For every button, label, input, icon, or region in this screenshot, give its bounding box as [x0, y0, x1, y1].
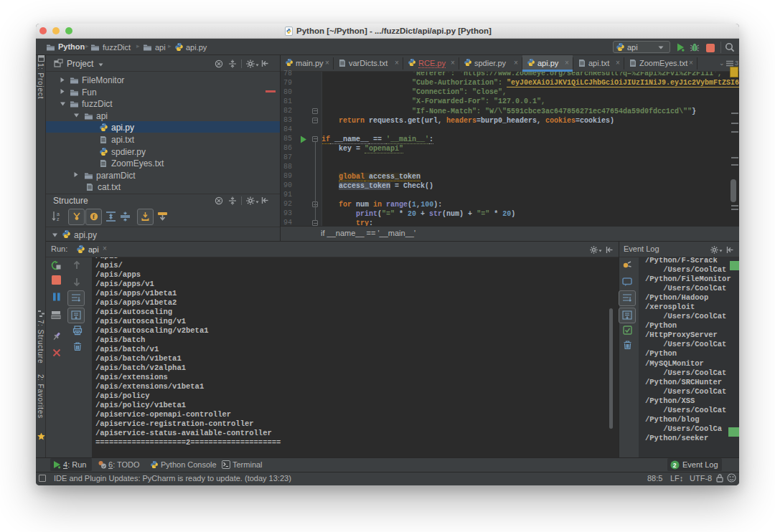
- svg-text:2: 2: [673, 461, 677, 468]
- svg-text:a: a: [57, 212, 60, 217]
- svg-text:z: z: [57, 217, 60, 222]
- svg-text:f: f: [93, 213, 95, 220]
